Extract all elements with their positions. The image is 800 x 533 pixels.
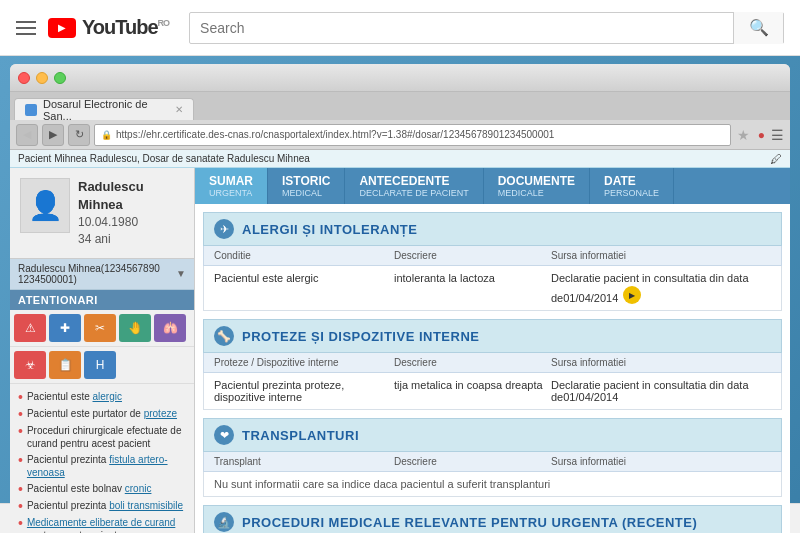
youtube-logo-text: YouTubeRO: [82, 16, 169, 39]
patient-details: Radulescu Mihnea 10.04.1980 34 ani: [78, 178, 144, 248]
alert-icon-6[interactable]: ☣: [14, 351, 46, 379]
minimize-button[interactable]: [36, 72, 48, 84]
alert-link-alergic[interactable]: alergic: [93, 391, 122, 402]
transplanturi-section: ❤ TRANSPLANTURI Transplant Descriere Sur…: [203, 418, 782, 497]
alergii-table-header: Conditie Descriere Sursa informatiei: [203, 246, 782, 266]
alert-item-5: • Pacientul este bolnav cronic: [18, 482, 186, 496]
transplanturi-th-transplant: Transplant: [214, 456, 394, 467]
browser-tab[interactable]: Dosarul Electronic de San... ✕: [14, 98, 194, 120]
alert-link-boli[interactable]: boli transmisibile: [109, 500, 183, 511]
browser-chrome: Dosarul Electronic de San... ✕ ◀ ▶ ↻ 🔒 h…: [10, 64, 790, 533]
url-text: https://ehr.certificate.des-cnas.ro/cnas…: [116, 129, 554, 140]
back-button[interactable]: ◀: [16, 124, 38, 146]
patient-dob: 10.04.1980: [78, 214, 144, 231]
proteze-conditie-1: Pacientul prezinta proteze, dispozitive …: [214, 379, 394, 403]
close-button[interactable]: [18, 72, 30, 84]
proteze-table-header: Proteze / Dispozitive interne Descriere …: [203, 353, 782, 373]
alergii-row-1: Pacientul este alergic intoleranta la la…: [203, 266, 782, 311]
alert-dot-5: •: [18, 482, 23, 496]
dropdown-arrow-icon: ▼: [176, 268, 186, 279]
alert-dot-6: •: [18, 499, 23, 513]
transplanturi-table-header: Transplant Descriere Sursa informatiei: [203, 452, 782, 472]
proteze-th-sursa: Sursa informatiei: [551, 357, 771, 368]
browser-nav: ◀ ▶ ↻ 🔒 https://ehr.certificate.des-cnas…: [10, 120, 790, 150]
browser-menu-button[interactable]: ☰: [771, 127, 784, 143]
tab-date[interactable]: DATE PERSONALE: [590, 168, 674, 204]
proceduri-title: PROCEDURI MEDICALE RELEVANTE PENTRU URGE…: [242, 515, 697, 530]
alert-item-4: • Pacientul prezinta fistula artero-veno…: [18, 453, 186, 479]
alert-link-fistula[interactable]: fistula artero-venoasa: [27, 454, 168, 478]
proteze-row-1: Pacientul prezinta proteze, dispozitive …: [203, 373, 782, 410]
alert-link-cronic[interactable]: cronic: [125, 483, 152, 494]
alergii-th-conditie: Conditie: [214, 250, 394, 261]
menu-icon[interactable]: [16, 21, 36, 35]
transplanturi-th-descriere: Descriere: [394, 456, 551, 467]
transplanturi-title: TRANSPLANTURI: [242, 428, 359, 443]
search-input[interactable]: [190, 20, 733, 36]
alergii-th-sursa: Sursa informatiei: [551, 250, 771, 261]
alergii-title: ALERGII ȘI INTOLERANȚE: [242, 222, 417, 237]
content-tabs: SUMAR URGENTA ISTORIC MEDICAL ANTECEDENT…: [195, 168, 790, 204]
alergii-descriere-1: intoleranta la lactoza: [394, 272, 551, 304]
alergii-th-descriere: Descriere: [394, 250, 551, 261]
alert-icon-3[interactable]: ✂: [84, 314, 116, 342]
transplanturi-empty: Nu sunt informatii care sa indice daca p…: [203, 472, 782, 497]
alert-dot-4: •: [18, 453, 23, 467]
security-icon: ●: [758, 128, 765, 142]
patient-name-line1: Radulescu: [78, 178, 144, 196]
action-icons-row-1: ⚠ ✚ ✂ 🤚 🫁: [10, 310, 194, 347]
alert-icon-2[interactable]: ✚: [49, 314, 81, 342]
alergii-sursa-1: Declaratie pacient in consultatia din da…: [551, 272, 771, 304]
youtube-logo: YouTubeRO: [48, 16, 169, 39]
browser-titlebar: [10, 64, 790, 92]
info-bar: Pacient Mihnea Radulescu, Dosar de sanat…: [10, 150, 790, 168]
alert-item-1: • Pacientul este alergic: [18, 390, 186, 404]
bookmark-icon[interactable]: ★: [737, 127, 750, 143]
youtube-header: YouTubeRO 🔍: [0, 0, 800, 56]
alert-icon-7[interactable]: 📋: [49, 351, 81, 379]
alert-icon-1[interactable]: ⚠: [14, 314, 46, 342]
search-bar: 🔍: [189, 12, 784, 44]
alert-icon-5[interactable]: 🫁: [154, 314, 186, 342]
proteze-section: 🦴 PROTEZE ȘI DISPOZITIVE INTERNE Proteze…: [203, 319, 782, 410]
proteze-th-conditie: Proteze / Dispozitive interne: [214, 357, 394, 368]
tab-istoric[interactable]: ISTORIC MEDICAL: [268, 168, 345, 204]
sidebar: 👤 Radulescu Mihnea 10.04.1980 34 ani Rad…: [10, 168, 195, 533]
tab-documente[interactable]: DOCUMENTE MEDICALE: [484, 168, 590, 204]
tab-sumar[interactable]: SUMAR URGENTA: [195, 168, 268, 204]
alert-icon-8[interactable]: H: [84, 351, 116, 379]
forward-button[interactable]: ▶: [42, 124, 64, 146]
alerts-list: • Pacientul este alergic • Pacientul est…: [10, 384, 194, 533]
atentionari-label: ATENTIONARI: [10, 290, 194, 310]
alert-dot-7: •: [18, 516, 23, 530]
search-button[interactable]: 🔍: [733, 12, 783, 44]
url-bar[interactable]: 🔒 https://ehr.certificate.des-cnas.ro/cn…: [94, 124, 731, 146]
alert-link-medicamente[interactable]: Medicamente eliberate de curand: [27, 517, 175, 528]
tab-antecedente[interactable]: ANTECEDENTE DECLARATE DE PACIENT: [345, 168, 483, 204]
youtube-logo-icon: [48, 18, 76, 38]
proteze-descriere-1: tija metalica in coapsa dreapta: [394, 379, 551, 403]
reload-button[interactable]: ↻: [68, 124, 90, 146]
browser-wrapper: Dosarul Electronic de San... ✕ ◀ ▶ ↻ 🔒 h…: [0, 56, 800, 533]
patient-id-bar[interactable]: Radulescu Mihnea(1234567890 1234500001) …: [10, 259, 194, 290]
patient-id-text: Radulescu Mihnea(1234567890 1234500001): [18, 263, 176, 285]
alert-dot-3: •: [18, 424, 23, 438]
alert-item-6: • Pacientul prezinta boli transmisibile: [18, 499, 186, 513]
tab-close-button[interactable]: ✕: [175, 104, 183, 115]
alert-link-proteze[interactable]: proteze: [144, 408, 177, 419]
patient-avatar: 👤: [20, 178, 70, 233]
alert-item-2: • Pacientul este purtator de proteze: [18, 407, 186, 421]
highlight-circle: [623, 286, 641, 304]
info-bar-text: Pacient Mihnea Radulescu, Dosar de sanat…: [18, 153, 310, 164]
proceduri-section: 🔬 PROCEDURI MEDICALE RELEVANTE PENTRU UR…: [203, 505, 782, 533]
action-icons-row-2: ☣ 📋 H: [10, 347, 194, 384]
alert-item-7: • Medicamente eliberate de curand pentru…: [18, 516, 186, 533]
transplanturi-th-sursa: Sursa informatiei: [551, 456, 771, 467]
alergii-conditie-1: Pacientul este alergic: [214, 272, 394, 304]
patient-info-panel: 👤 Radulescu Mihnea 10.04.1980 34 ani: [10, 168, 194, 259]
maximize-button[interactable]: [54, 72, 66, 84]
alert-icon-4[interactable]: 🤚: [119, 314, 151, 342]
info-bar-icon: 🖊: [770, 152, 782, 166]
transplanturi-icon: ❤: [214, 425, 234, 445]
proteze-icon: 🦴: [214, 326, 234, 346]
